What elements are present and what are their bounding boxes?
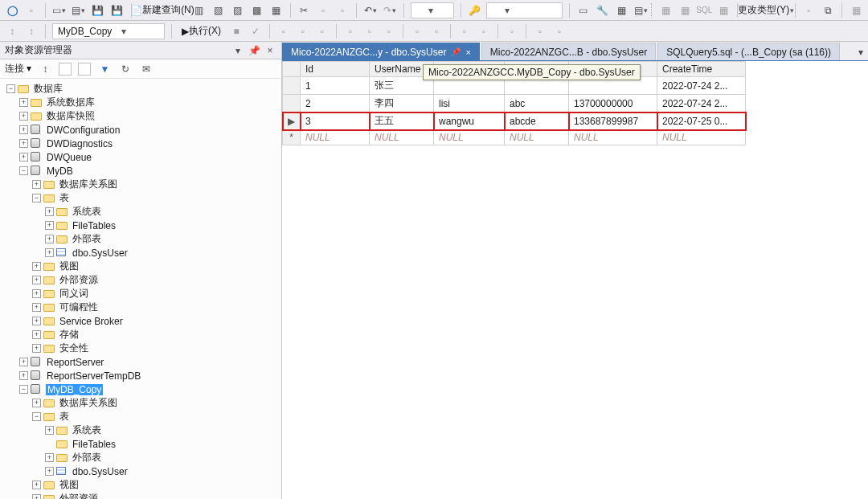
tree-node-sysdb[interactable]: +系统数据库	[3, 96, 281, 109]
tree-node-mydbc-exttables[interactable]: +外部表	[3, 451, 281, 464]
pane-icon-4[interactable]: ▤▾	[633, 2, 648, 18]
new-project-icon[interactable]: ▭▾	[52, 2, 67, 18]
cell-password[interactable]: abc	[505, 95, 569, 112]
new-query-button[interactable]: 📄 新建查询(N)	[137, 2, 186, 18]
change-type-button[interactable]: 更改类型(Y)▾	[744, 2, 788, 18]
ox-tool-4[interactable]: ↻	[118, 61, 133, 77]
cell-password[interactable]: NULL	[505, 130, 569, 145]
tree-node-mydb-sb[interactable]: +Service Broker	[3, 314, 281, 328]
tree-node-mydbc-views[interactable]: +视图	[3, 478, 281, 492]
tree-node-databases[interactable]: −数据库	[3, 82, 281, 96]
tree-node-mydb-exttables[interactable]: +外部表	[3, 232, 281, 246]
icon-1[interactable]: ▥	[192, 2, 207, 18]
object-explorer-titlebar[interactable]: 对象资源管理器 ▾ 📌 ×	[0, 42, 281, 59]
tree-node-mydbc-sysuser[interactable]: +dbo.SysUser	[3, 464, 281, 478]
db-selector[interactable]: MyDB_Copy▾	[52, 23, 165, 39]
tree-node-mydbcopy[interactable]: −MyDB_Copy	[3, 382, 281, 396]
dropdown-icon[interactable]: ▾	[231, 45, 244, 56]
find-icon[interactable]: 🔑	[467, 2, 481, 18]
close-icon[interactable]: ×	[264, 45, 276, 56]
ox-tool-5[interactable]: ✉	[139, 61, 154, 77]
pane-icon-3[interactable]: ▦	[614, 2, 628, 18]
open-icon[interactable]: ▤▾	[72, 2, 86, 18]
tab-2-label: SQLQuery5.sql - (...B_Copy (sa (116))	[666, 47, 831, 58]
pane-icon-1[interactable]: ▭	[575, 2, 590, 18]
cell-createtime[interactable]: 2022-07-24 2...	[657, 95, 746, 112]
cell-phone[interactable]: 13700000000	[569, 95, 657, 112]
tree-node-mydb-filetables[interactable]: +FileTables	[3, 219, 281, 232]
tree-node-dwcfg[interactable]: +DWConfiguration	[3, 123, 281, 137]
tree-node-mydbc-diagrams[interactable]: +数据库关系图	[3, 396, 281, 410]
nav-back-icon[interactable]: ◯	[5, 2, 19, 18]
close-tab-icon[interactable]: ×	[465, 47, 470, 57]
cell-account[interactable]: NULL	[434, 130, 505, 145]
tree-node-mydbc-filetables[interactable]: FileTables	[3, 437, 281, 451]
object-explorer-tree[interactable]: −数据库 +系统数据库 +数据库快照 +DWConfiguration +DWD…	[0, 79, 281, 499]
tree-node-mydbc-systables[interactable]: +系统表	[3, 423, 281, 437]
col-createtime[interactable]: CreateTime	[657, 62, 746, 77]
pin-icon[interactable]: 📌	[451, 47, 461, 56]
tree-node-dwdiag[interactable]: +DWDiagnostics	[3, 137, 281, 150]
document-tabs: Mico-2022ANZGC...y - dbo.SysUser 📌 × Mic…	[282, 42, 868, 61]
tree-node-mydb-storage[interactable]: +存储	[3, 328, 281, 342]
tree-node-mydb-synonyms[interactable]: +同义词	[3, 287, 281, 301]
table-row[interactable]: 2李四lisiabc137000000002022-07-24 2...	[283, 95, 746, 112]
tree-node-dbsnap[interactable]: +数据库快照	[3, 109, 281, 123]
cell-id[interactable]: 2	[301, 95, 370, 112]
tree-node-mydb[interactable]: −MyDB	[3, 164, 281, 178]
ox-tool-2[interactable]	[59, 63, 72, 76]
tab-0[interactable]: Mico-2022ANZGC...y - dbo.SysUser 📌 ×	[282, 43, 480, 60]
tree-node-reportserver[interactable]: +ReportServer	[3, 355, 281, 369]
tab-2[interactable]: SQLQuery5.sql - (...B_Copy (sa (116))	[657, 43, 840, 60]
pane-icon-2[interactable]: 🔧	[595, 2, 609, 18]
undo-icon[interactable]: ↶▾	[363, 2, 378, 18]
icon-2[interactable]: ▧	[211, 2, 226, 18]
filter-icon[interactable]: ▼	[97, 61, 112, 77]
tree-node-mydb-systables[interactable]: +系统表	[3, 205, 281, 219]
cell-password[interactable]: abcde	[505, 112, 569, 130]
table-row[interactable]: *NULLNULLNULLNULLNULLNULL	[283, 130, 746, 145]
cell-username[interactable]: 李四	[370, 95, 434, 112]
tree-node-mydb-tables[interactable]: −表	[3, 191, 281, 205]
cell-username[interactable]: NULL	[370, 130, 434, 145]
tree-node-mydbc-extres[interactable]: +外部资源	[3, 492, 281, 499]
tree-node-mydb-security[interactable]: +安全性	[3, 342, 281, 355]
cell-account[interactable]: lisi	[434, 95, 505, 112]
save-all-icon[interactable]: 💾	[110, 2, 125, 18]
cell-createtime[interactable]: NULL	[657, 130, 746, 145]
pin-icon[interactable]: 📌	[248, 45, 260, 56]
tab-1[interactable]: Mico-2022ANZGC...B - dbo.SysUser	[481, 43, 656, 60]
icon-4[interactable]: ▩	[250, 2, 264, 18]
object-explorer-panel: 对象资源管理器 ▾ 📌 × 连接 ▾ ↕ ▼ ↻ ✉ −数据库 +系统数据库 +…	[0, 42, 282, 499]
cell-id[interactable]: 3	[301, 112, 370, 130]
col-id[interactable]: Id	[301, 62, 370, 77]
connect-link[interactable]: 连接 ▾	[5, 62, 31, 76]
icon-3[interactable]: ▨	[231, 2, 245, 18]
cell-createtime[interactable]: 2022-07-25 0...	[657, 112, 746, 130]
tail-icon-2[interactable]: ⧉	[821, 2, 835, 18]
tree-node-mydbc-tables[interactable]: −表	[3, 410, 281, 423]
icon-5[interactable]: ▦	[269, 2, 284, 18]
cell-id[interactable]: NULL	[301, 130, 370, 145]
cell-createtime[interactable]: 2022-07-24 2...	[657, 77, 746, 95]
tree-node-mydb-views[interactable]: +视图	[3, 260, 281, 273]
cell-id[interactable]: 1	[301, 77, 370, 95]
solution-combo[interactable]: ▾	[411, 2, 454, 18]
tabs-overflow-icon[interactable]: ▾	[854, 44, 868, 60]
tree-node-reportservertemp[interactable]: +ReportServerTempDB	[3, 369, 281, 382]
table-row[interactable]: ▶3王五wangwuabcde1336878999872022-07-25 0.…	[283, 112, 746, 130]
cell-phone[interactable]: 133687899987	[569, 112, 657, 130]
tree-node-dwq[interactable]: +DWQueue	[3, 150, 281, 164]
search-combo[interactable]: ▾	[486, 2, 562, 18]
tree-node-mydb-prog[interactable]: +可编程性	[3, 301, 281, 314]
tree-node-mydb-diagrams[interactable]: +数据库关系图	[3, 178, 281, 191]
tree-node-mydb-extres[interactable]: +外部资源	[3, 273, 281, 287]
save-icon[interactable]: 💾	[91, 2, 105, 18]
cell-username[interactable]: 王五	[370, 112, 434, 130]
ox-tool-3[interactable]	[78, 63, 91, 76]
ox-tool-1[interactable]: ↕	[38, 61, 52, 77]
cut-icon[interactable]: ✂	[297, 2, 311, 18]
cell-phone[interactable]: NULL	[569, 130, 657, 145]
cell-account[interactable]: wangwu	[434, 112, 505, 130]
tree-node-mydb-sysuser[interactable]: +dbo.SysUser	[3, 246, 281, 260]
